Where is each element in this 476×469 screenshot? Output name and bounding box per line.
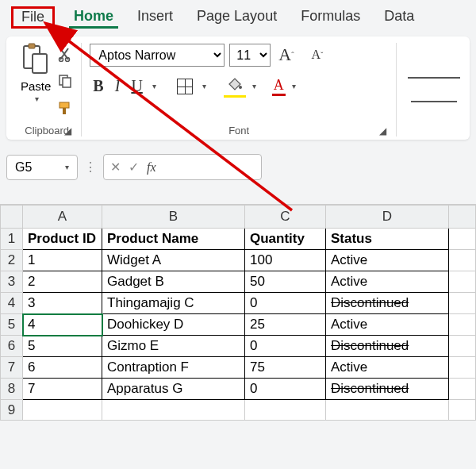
- formula-bar[interactable]: ✕ ✓ fx: [103, 154, 262, 180]
- cell[interactable]: Status: [326, 229, 449, 250]
- cell[interactable]: 0: [245, 336, 326, 357]
- cell[interactable]: [449, 357, 476, 379]
- cell[interactable]: [449, 271, 476, 293]
- grid[interactable]: A B C D 1Product IDProduct NameQuantityS…: [0, 205, 476, 421]
- tab-page-layout[interactable]: Page Layout: [192, 6, 282, 29]
- borders-button[interactable]: [174, 77, 196, 96]
- cell[interactable]: Active: [326, 357, 449, 379]
- cell[interactable]: Discontinued: [326, 336, 449, 357]
- row-header[interactable]: 5: [1, 314, 23, 336]
- tab-formulas[interactable]: Formulas: [296, 6, 365, 29]
- bold-button[interactable]: B: [90, 75, 106, 97]
- cell[interactable]: 4: [23, 314, 102, 336]
- cell[interactable]: 6: [23, 357, 102, 379]
- group-alignment: [397, 43, 463, 136]
- cell[interactable]: [245, 400, 326, 421]
- cell[interactable]: [449, 400, 476, 421]
- font-color-dropdown[interactable]: ▾: [292, 82, 296, 90]
- fx-icon[interactable]: fx: [147, 160, 156, 175]
- cell[interactable]: Thingamajig C: [102, 293, 245, 314]
- tab-home[interactable]: Home: [69, 6, 118, 29]
- row-header[interactable]: 1: [1, 229, 23, 250]
- ribbon-tabs: File Home Insert Page Layout Formulas Da…: [0, 0, 476, 32]
- cell[interactable]: [326, 400, 449, 421]
- cell[interactable]: 100: [245, 250, 326, 271]
- align-top-icon[interactable]: [405, 73, 463, 83]
- cell[interactable]: 75: [245, 357, 326, 379]
- paste-icon[interactable]: [21, 43, 50, 78]
- cancel-icon[interactable]: ✕: [110, 160, 121, 175]
- cell[interactable]: Gadget B: [102, 271, 245, 293]
- cell[interactable]: [449, 229, 476, 250]
- cell[interactable]: Active: [326, 250, 449, 271]
- cell[interactable]: Contraption F: [102, 357, 245, 379]
- italic-button[interactable]: I: [112, 75, 124, 97]
- grow-font-button[interactable]: Aˆ: [275, 43, 297, 67]
- cell[interactable]: [449, 314, 476, 336]
- paste-dropdown[interactable]: ▾: [35, 94, 39, 103]
- row-header[interactable]: 4: [1, 293, 23, 314]
- cell[interactable]: Discontinued: [326, 379, 449, 400]
- cell[interactable]: Widget A: [102, 250, 245, 271]
- underline-dropdown[interactable]: ▾: [152, 82, 156, 90]
- col-header-c[interactable]: C: [245, 206, 326, 229]
- cell[interactable]: Doohickey D: [102, 314, 245, 336]
- copy-icon[interactable]: [57, 73, 73, 92]
- cell[interactable]: 3: [23, 293, 102, 314]
- col-header-b[interactable]: B: [102, 206, 245, 229]
- fill-color-button[interactable]: [224, 75, 246, 98]
- tab-file[interactable]: File: [11, 6, 55, 29]
- cell[interactable]: Active: [326, 271, 449, 293]
- align-left-icon[interactable]: [405, 97, 463, 106]
- font-launcher-icon[interactable]: ◢: [379, 125, 386, 136]
- paste-label[interactable]: Paste: [21, 79, 51, 93]
- col-header-e[interactable]: [449, 206, 476, 229]
- cell[interactable]: Quantity: [245, 229, 326, 250]
- name-box-dropdown[interactable]: ▾: [65, 163, 69, 171]
- cell[interactable]: Apparatus G: [102, 379, 245, 400]
- tab-data[interactable]: Data: [379, 6, 419, 29]
- font-name-select[interactable]: Aptos Narrow: [90, 44, 225, 67]
- cell[interactable]: [449, 250, 476, 271]
- row-header[interactable]: 6: [1, 336, 23, 357]
- col-header-d[interactable]: D: [326, 206, 449, 229]
- cell[interactable]: Product ID: [23, 229, 102, 250]
- cell[interactable]: 2: [23, 271, 102, 293]
- clipboard-launcher-icon[interactable]: ◢: [64, 125, 71, 136]
- format-painter-icon[interactable]: [57, 100, 73, 119]
- cell[interactable]: 50: [245, 271, 326, 293]
- cell[interactable]: Product Name: [102, 229, 245, 250]
- borders-dropdown[interactable]: ▾: [202, 82, 206, 90]
- cell[interactable]: 1: [23, 250, 102, 271]
- cell[interactable]: Gizmo E: [102, 336, 245, 357]
- underline-button[interactable]: U: [128, 75, 145, 97]
- cell[interactable]: [449, 336, 476, 357]
- cell[interactable]: Discontinued: [326, 293, 449, 314]
- row-header[interactable]: 9: [1, 400, 23, 421]
- cell[interactable]: [23, 400, 102, 421]
- shrink-font-button[interactable]: Aˇ: [309, 46, 327, 63]
- select-all-corner[interactable]: [1, 206, 23, 229]
- cell[interactable]: 7: [23, 379, 102, 400]
- row-header[interactable]: 8: [1, 379, 23, 400]
- svg-rect-7: [60, 102, 69, 108]
- cell[interactable]: 5: [23, 336, 102, 357]
- cell[interactable]: [449, 379, 476, 400]
- fill-color-dropdown[interactable]: ▾: [252, 82, 256, 90]
- cell[interactable]: 0: [245, 293, 326, 314]
- row-header[interactable]: 3: [1, 271, 23, 293]
- cut-icon[interactable]: [57, 46, 73, 65]
- font-size-select[interactable]: 11: [229, 44, 271, 67]
- cell[interactable]: [449, 293, 476, 314]
- name-box[interactable]: G5 ▾: [6, 155, 78, 180]
- col-header-a[interactable]: A: [23, 206, 102, 229]
- cell[interactable]: 0: [245, 379, 326, 400]
- row-header[interactable]: 7: [1, 357, 23, 379]
- tab-insert[interactable]: Insert: [132, 6, 178, 29]
- font-color-button[interactable]: A: [272, 77, 286, 96]
- cell[interactable]: 25: [245, 314, 326, 336]
- cell[interactable]: [102, 400, 245, 421]
- row-header[interactable]: 2: [1, 250, 23, 271]
- enter-icon[interactable]: ✓: [129, 160, 139, 175]
- cell[interactable]: Active: [326, 314, 449, 336]
